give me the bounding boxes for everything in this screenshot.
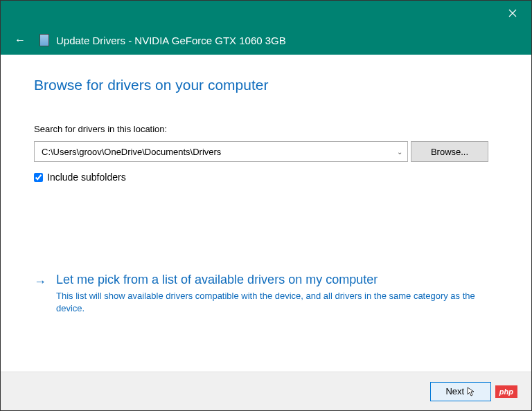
back-button[interactable]: ← [15, 34, 26, 46]
button-bar: Next php [1, 372, 531, 410]
browse-button[interactable]: Browse... [411, 141, 488, 162]
pick-option-text: Let me pick from a list of available dri… [56, 273, 484, 314]
path-combobox[interactable]: ⌄ [34, 141, 408, 162]
next-button-label: Next [445, 386, 464, 396]
pick-from-list-option[interactable]: → Let me pick from a list of available d… [34, 273, 498, 314]
pick-option-title: Let me pick from a list of available dri… [56, 273, 484, 287]
content-area: Browse for drivers on your computer Sear… [1, 55, 531, 314]
include-subfolders-checkbox[interactable] [34, 173, 43, 182]
window-title: Update Drivers - NVIDIA GeForce GTX 1060… [56, 35, 286, 46]
titlebar [1, 1, 531, 26]
search-location-label: Search for drivers in this location: [34, 124, 498, 134]
include-subfolders-row[interactable]: Include subfolders [34, 172, 498, 183]
path-row: ⌄ Browse... [34, 141, 498, 162]
cursor-icon [467, 387, 475, 396]
arrow-right-icon: → [34, 273, 46, 314]
header-bar: ← Update Drivers - NVIDIA GeForce GTX 10… [1, 26, 531, 55]
next-button[interactable]: Next [430, 382, 491, 401]
close-icon [508, 9, 517, 17]
device-icon [39, 34, 49, 46]
pick-option-description: This list will show available drivers co… [56, 290, 484, 314]
php-watermark: php [495, 385, 517, 398]
include-subfolders-label: Include subfolders [47, 172, 126, 183]
page-heading: Browse for drivers on your computer [34, 77, 498, 93]
path-input[interactable] [34, 141, 408, 162]
close-button[interactable] [497, 1, 529, 26]
